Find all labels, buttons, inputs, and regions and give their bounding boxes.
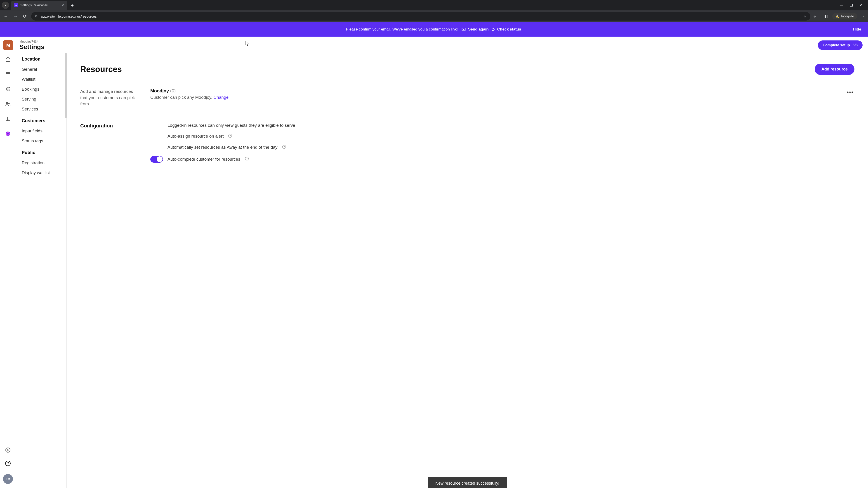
minimize-button[interactable]: — [840, 3, 843, 7]
svg-point-6 [8, 103, 10, 104]
calendar-icon[interactable] [5, 71, 11, 78]
nav-heading-customers: Customers [22, 118, 66, 123]
email-confirm-banner: Please confirm your email. We've emailed… [0, 22, 868, 37]
check-status-link[interactable]: Check status [497, 27, 521, 32]
nav-item-serving[interactable]: Serving [22, 94, 66, 104]
page-title: Settings [20, 43, 44, 51]
config-label: Automatically set resources as Away at t… [167, 145, 278, 150]
incognito-badge[interactable]: 🕵 Incognito [832, 13, 857, 20]
config-label: Auto-complete customer for resources [167, 157, 240, 162]
reload-button[interactable]: ⟳ [22, 13, 28, 19]
analytics-icon[interactable] [5, 116, 11, 123]
config-item: Logged-in resources can only view guests… [150, 123, 855, 128]
window-controls: — ❐ ✕ [840, 3, 866, 7]
settings-nav: Location General Waitlist Bookings Servi… [16, 53, 67, 488]
toast-notification: New resource created successfully! [428, 477, 507, 488]
tab-search-dropdown[interactable] [2, 2, 9, 9]
forward-button[interactable]: → [12, 14, 19, 19]
side-panel-icon[interactable]: ◧ [825, 14, 828, 19]
config-label: Logged-in resources can only view guests… [167, 123, 295, 128]
incognito-label: Incognito [841, 14, 854, 18]
org-avatar[interactable]: M [3, 40, 13, 50]
svg-point-8 [7, 133, 8, 134]
nav-item-bookings[interactable]: Bookings [22, 84, 66, 94]
nav-scrollbar[interactable] [65, 53, 67, 119]
config-heading: Configuration [80, 123, 137, 163]
add-resource-button[interactable]: Add resource [815, 64, 855, 75]
help-icon[interactable] [5, 460, 11, 468]
mail-icon [461, 27, 466, 32]
config-label: Auto-assign resource on alert [167, 134, 223, 139]
extensions-icon[interactable]: ⟐ [813, 14, 816, 19]
refresh-icon [491, 27, 495, 31]
browser-toolbar: ← → ⟳ ⚙ app.waitwhile.com/settings/resou… [0, 10, 868, 22]
complete-setup-count: 6/8 [852, 43, 858, 47]
nav-item-input-fields[interactable]: Input fields [22, 126, 66, 136]
config-toggle[interactable] [150, 156, 163, 163]
svg-point-9 [6, 448, 10, 452]
icon-rail: LD [0, 53, 16, 488]
tab-title: Settings | Waitwhile [20, 3, 48, 7]
chat-icon[interactable] [5, 86, 11, 93]
config-item: Auto-assign resource on alert [150, 134, 855, 139]
people-icon[interactable] [5, 101, 11, 108]
svg-point-4 [9, 89, 9, 89]
nav-item-registration[interactable]: Registration [22, 158, 66, 168]
app-header: M Moodjoy7434 Settings Complete setup 6/… [0, 37, 868, 53]
nav-item-services[interactable]: Services [22, 104, 66, 114]
nav-item-general[interactable]: General [22, 64, 66, 74]
help-tooltip-icon[interactable] [282, 145, 286, 150]
config-item: Auto-complete customer for resources [150, 156, 855, 163]
config-item: Automatically set resources as Away at t… [150, 145, 855, 150]
help-tooltip-icon[interactable] [228, 134, 232, 139]
banner-message: Please confirm your email. We've emailed… [346, 27, 458, 32]
incognito-icon: 🕵 [835, 14, 839, 18]
resource-row: Moodjoy (0) Customer can pick any Moodjo… [150, 88, 855, 100]
user-avatar[interactable]: LD [3, 474, 13, 484]
complete-setup-button[interactable]: Complete setup 6/8 [818, 40, 863, 50]
address-bar[interactable]: ⚙ app.waitwhile.com/settings/resources ☆ [31, 12, 810, 21]
tab-close-button[interactable]: ✕ [61, 3, 64, 7]
browser-tab[interactable]: W Settings | Waitwhile ✕ [11, 1, 67, 10]
maximize-button[interactable]: ❐ [850, 3, 853, 7]
url-text: app.waitwhile.com/settings/resources [40, 14, 800, 18]
tab-bar: W Settings | Waitwhile ✕ ＋ — ❐ ✕ [0, 0, 868, 10]
site-settings-icon[interactable]: ⚙ [35, 14, 38, 18]
change-link[interactable]: Change [214, 95, 229, 100]
send-again-link[interactable]: Send again [468, 27, 489, 32]
complete-setup-label: Complete setup [823, 43, 850, 47]
resource-subtitle: Customer can pick any Moodjoy. [150, 95, 212, 100]
nav-heading-public: Public [22, 150, 66, 155]
content-title: Resources [80, 65, 122, 74]
lightning-icon[interactable] [5, 447, 11, 454]
hide-banner-link[interactable]: Hide [853, 27, 861, 32]
resource-name: Moodjoy [150, 88, 169, 93]
nav-item-waitlist[interactable]: Waitlist [22, 74, 66, 84]
svg-rect-1 [6, 72, 10, 76]
back-button[interactable]: ← [3, 14, 9, 19]
nav-item-display-waitlist[interactable]: Display waitlist [22, 168, 66, 178]
svg-point-5 [6, 102, 8, 104]
resource-menu-button[interactable]: ••• [846, 88, 855, 96]
content-area: Resources Add resource Add and manage re… [67, 53, 868, 488]
svg-point-3 [8, 89, 8, 89]
home-icon[interactable] [5, 57, 11, 63]
nav-item-status-tags[interactable]: Status tags [22, 136, 66, 146]
section-description: Add and manage resources that your custo… [80, 88, 137, 107]
org-name: Moodjoy7434 [20, 40, 44, 43]
help-tooltip-icon[interactable] [245, 157, 249, 162]
resource-count: (0) [170, 88, 176, 93]
settings-icon[interactable] [5, 131, 11, 138]
svg-point-2 [7, 89, 7, 89]
close-window-button[interactable]: ✕ [859, 3, 862, 7]
browser-menu-button[interactable]: ⋮ [861, 14, 865, 19]
new-tab-button[interactable]: ＋ [70, 2, 74, 8]
nav-heading-location: Location [22, 57, 66, 62]
bookmark-icon[interactable]: ☆ [803, 14, 807, 19]
tab-favicon-icon: W [14, 3, 18, 7]
